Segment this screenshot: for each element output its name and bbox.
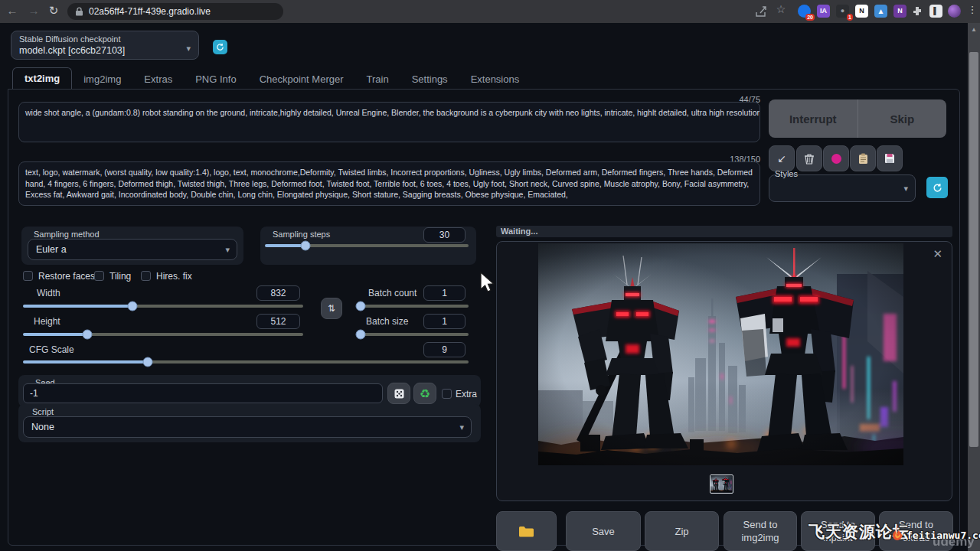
interrupt-button[interactable]: Interrupt bbox=[769, 99, 858, 138]
scrollbar-thumb[interactable] bbox=[969, 52, 978, 447]
generate-button-group: Interrupt Skip bbox=[769, 99, 946, 138]
mouse-cursor bbox=[480, 272, 495, 293]
checkpoint-selector[interactable]: Stable Diffusion checkpoint model.ckpt [… bbox=[11, 31, 199, 60]
extension-image-icon[interactable]: ▲ bbox=[874, 5, 887, 18]
cfg-scale-slider[interactable] bbox=[23, 357, 469, 367]
extension-notion-icon[interactable]: N bbox=[855, 5, 868, 18]
swap-width-height-button[interactable]: ⇅ bbox=[321, 298, 342, 319]
restore-faces-label: Restore faces bbox=[38, 271, 95, 282]
extension-blue-icon[interactable]: 20 bbox=[798, 5, 811, 18]
progress-status-text: Waiting... bbox=[501, 227, 537, 236]
zip-button[interactable]: Zip bbox=[645, 511, 719, 551]
dice-icon bbox=[394, 388, 405, 399]
tab-extras[interactable]: Extras bbox=[132, 69, 184, 90]
slider-thumb[interactable] bbox=[301, 241, 311, 251]
chevron-down-icon: ▾ bbox=[459, 422, 464, 432]
negative-prompt-textarea[interactable]: text, logo, watermark, (worst quality, l… bbox=[18, 161, 760, 206]
extension-camera-icon[interactable]: ● 1 bbox=[836, 5, 849, 18]
batch-count-input[interactable] bbox=[423, 285, 466, 301]
scrollbar-up-arrow[interactable]: ▲ bbox=[971, 26, 977, 33]
lock-icon bbox=[75, 7, 83, 16]
extension-onenote-icon[interactable]: N bbox=[893, 5, 906, 18]
save-button[interactable]: Save bbox=[566, 511, 641, 551]
browser-reload-icon[interactable]: ↻ bbox=[46, 4, 61, 18]
browser-address-bar[interactable]: 02a56ff4-71ff-439e.gradio.live bbox=[67, 3, 283, 20]
tab-img2img[interactable]: img2img bbox=[72, 69, 132, 90]
extension-ia-icon[interactable]: IA bbox=[817, 5, 830, 18]
save-style-button[interactable] bbox=[877, 145, 903, 171]
gallery-thumbnail[interactable] bbox=[710, 474, 733, 494]
clipboard-icon bbox=[858, 153, 868, 165]
slider-thumb[interactable] bbox=[355, 330, 365, 340]
profile-avatar[interactable] bbox=[948, 5, 961, 18]
skip-button[interactable]: Skip bbox=[858, 99, 947, 138]
height-slider[interactable] bbox=[23, 329, 303, 340]
share-icon[interactable] bbox=[755, 5, 768, 18]
close-icon[interactable]: ✕ bbox=[933, 248, 942, 259]
batch-size-input[interactable] bbox=[423, 314, 466, 329]
width-slider[interactable] bbox=[23, 301, 303, 311]
batch-count-label: Batch count bbox=[368, 288, 416, 298]
seed-extra-checkbox[interactable] bbox=[442, 389, 452, 399]
apply-styles-button[interactable] bbox=[850, 145, 876, 171]
slider-thumb[interactable] bbox=[83, 330, 93, 340]
sidebar-toggle-icon[interactable]: ▌ bbox=[929, 5, 942, 18]
extension-badge: 20 bbox=[805, 14, 815, 21]
bookmark-star-icon[interactable]: ☆ bbox=[773, 3, 789, 15]
generated-image[interactable] bbox=[538, 243, 903, 465]
reuse-seed-button[interactable]: ♻ bbox=[413, 383, 436, 404]
batch-count-slider[interactable] bbox=[358, 301, 469, 311]
folder-icon bbox=[518, 525, 535, 538]
progress-bar: Waiting... bbox=[496, 226, 952, 237]
slider-thumb[interactable] bbox=[142, 357, 152, 367]
slider-thumb[interactable] bbox=[355, 302, 365, 311]
random-seed-button[interactable] bbox=[387, 383, 410, 404]
chevron-down-icon: ▾ bbox=[186, 44, 191, 54]
browser-forward-icon[interactable]: → bbox=[26, 4, 41, 17]
tab-settings[interactable]: Settings bbox=[400, 69, 459, 90]
checkpoint-refresh-button[interactable] bbox=[213, 40, 227, 54]
browser-back-icon[interactable]: ← bbox=[5, 4, 20, 17]
tab-png-info[interactable]: PNG Info bbox=[184, 69, 247, 90]
extension-badge: 1 bbox=[847, 14, 853, 21]
styles-dropdown[interactable]: ▾ bbox=[769, 174, 916, 202]
width-label: Width bbox=[37, 288, 60, 298]
sampling-method-label: Sampling method bbox=[34, 230, 100, 239]
hires-fix-checkbox[interactable] bbox=[141, 271, 151, 281]
styles-refresh-button[interactable] bbox=[926, 177, 948, 198]
tab-txt2img[interactable]: txt2img bbox=[12, 67, 72, 90]
checkpoint-label: Stable Diffusion checkpoint bbox=[19, 34, 121, 44]
sampling-steps-slider[interactable] bbox=[265, 240, 469, 251]
sampling-steps-label: Sampling steps bbox=[273, 230, 330, 239]
page-scrollbar[interactable]: ▲ bbox=[968, 23, 980, 551]
restore-faces-checkbox[interactable] bbox=[23, 271, 33, 281]
checkpoint-value: model.ckpt [cc6cb27103] bbox=[19, 45, 125, 56]
script-label: Script bbox=[32, 407, 54, 416]
width-input[interactable] bbox=[256, 285, 300, 301]
browser-menu-icon[interactable]: ⋮ bbox=[965, 4, 980, 15]
tab-extensions[interactable]: Extensions bbox=[459, 69, 531, 90]
tab-checkpoint-merger[interactable]: Checkpoint Merger bbox=[248, 69, 355, 90]
height-input[interactable] bbox=[256, 314, 300, 329]
trash-icon bbox=[804, 153, 815, 165]
prompt-textarea[interactable]: wide shot angle, a (gundam:0.8) robot st… bbox=[18, 102, 760, 142]
extensions-puzzle-icon[interactable] bbox=[911, 5, 923, 18]
seed-input[interactable] bbox=[23, 383, 383, 403]
watermark-site-text: feitianwu7.com bbox=[906, 530, 980, 541]
script-dropdown[interactable]: None ▾ bbox=[23, 416, 472, 438]
watermark-flame-icon bbox=[888, 523, 906, 542]
batch-size-slider[interactable] bbox=[358, 329, 469, 340]
open-folder-button[interactable] bbox=[496, 511, 557, 551]
cfg-scale-input[interactable] bbox=[423, 342, 466, 357]
slider-thumb[interactable] bbox=[127, 302, 137, 311]
clear-prompt-button[interactable] bbox=[796, 145, 822, 171]
tab-train[interactable]: Train bbox=[355, 69, 400, 90]
sampling-method-dropdown[interactable]: Euler a ▾ bbox=[28, 239, 237, 260]
hires-fix-label: Hires. fix bbox=[156, 271, 192, 282]
send-to-img2img-button[interactable]: Send to img2img bbox=[724, 511, 797, 551]
tiling-checkbox[interactable] bbox=[94, 271, 104, 281]
script-value: None bbox=[31, 422, 54, 432]
paste-generation-params-button[interactable]: ↙ bbox=[769, 145, 795, 171]
refresh-icon bbox=[216, 43, 224, 51]
extra-networks-button[interactable] bbox=[823, 145, 849, 171]
